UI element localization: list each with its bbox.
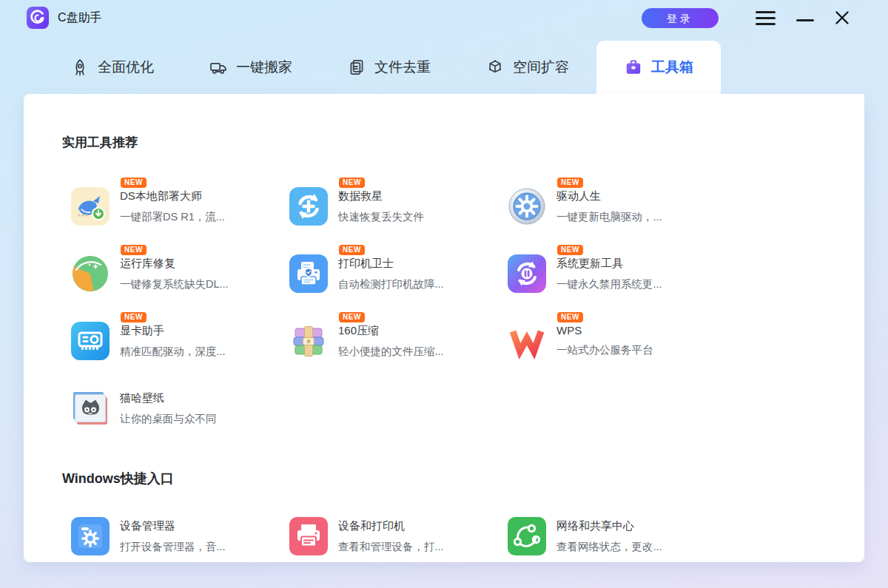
tool-card-gpu-helper[interactable]: NEW 显卡助手 精准匹配驱动，深度...: [71, 322, 289, 360]
cat-wallpaper-icon: [71, 389, 110, 428]
tool-desc: 让你的桌面与众不同: [120, 412, 217, 426]
menu-icon[interactable]: [754, 10, 777, 27]
driver-gear-icon: [508, 187, 546, 226]
devices-printers-icon: [289, 517, 328, 555]
new-badge: NEW: [339, 245, 365, 255]
toolbox-icon: [624, 58, 643, 77]
tool-card-runtime-repair[interactable]: NEW 运行库修复 一键修复系统缺失DL...: [71, 254, 289, 293]
tool-card-cat-wallpaper[interactable]: 猫哈壁纸 让你的桌面与众不同: [71, 389, 289, 428]
tool-desc: 快速恢复丢失文件: [338, 210, 424, 224]
tool-desc: 一站式办公服务平台: [556, 343, 653, 357]
tool-card-ds-deploy[interactable]: NEW DS本地部署大师 一键部署DS R1，流...: [71, 187, 289, 226]
shortcut-title: 网络和共享中心: [556, 517, 662, 533]
tab-space-expand[interactable]: 空间扩容: [458, 41, 596, 94]
tab-bar: 全面优化 一键搬家 文件去重: [0, 41, 888, 94]
toolbox-panel: 实用工具推荐 NEW DS本地部署大师 一键部署DS R1，流...: [24, 94, 864, 562]
tool-desc: 精准匹配驱动，深度...: [120, 345, 226, 359]
runtime-repair-icon: [71, 254, 110, 293]
tab-label: 全面优化: [98, 58, 154, 77]
tool-title: 160压缩: [338, 322, 444, 338]
window-controls: [754, 9, 851, 27]
shortcut-title: 设备和打印机: [338, 517, 444, 533]
section-title-windows-shortcuts: Windows快捷入口: [62, 470, 864, 487]
document-dedupe-icon: [347, 58, 366, 77]
titlebar: C盘助手 登录: [0, 0, 888, 36]
section-title-recommended: 实用工具推荐: [62, 134, 864, 151]
tab-label: 文件去重: [374, 58, 431, 77]
tool-card-wps[interactable]: NEW WPS 一站式办公服务平台: [508, 322, 726, 360]
new-badge: NEW: [121, 245, 147, 255]
archive-rar-icon: [289, 322, 328, 360]
tool-card-data-rescue[interactable]: NEW 数据救星 快速恢复丢失文件: [289, 187, 508, 226]
tool-title: 驱动人生: [556, 187, 662, 203]
tool-title: 猫哈壁纸: [120, 389, 217, 405]
tool-desc: 自动检测打印机故障...: [338, 277, 444, 291]
tool-title: 打印机卫士: [338, 254, 444, 271]
login-button[interactable]: 登录: [642, 8, 719, 28]
recommended-tools-grid: NEW DS本地部署大师 一键部署DS R1，流... NEW 数据救星 快速恢…: [71, 187, 864, 428]
shortcut-desc: 查看网络状态，更改...: [556, 540, 662, 554]
shortcut-desc: 查看和管理设备，打...: [338, 540, 444, 554]
data-recovery-icon: [289, 187, 328, 226]
windows-shortcuts-grid: 设备管理器 打开设备管理器，音... 设备和打印机 查看和管理设备，打...: [71, 517, 864, 555]
tab-label: 工具箱: [651, 58, 693, 77]
new-badge: NEW: [339, 178, 365, 188]
system-update-icon: [508, 254, 546, 293]
tool-card-160-zip[interactable]: NEW 160压缩 轻小便捷的文件压缩...: [289, 322, 508, 360]
new-badge: NEW: [557, 178, 583, 188]
tool-title: DS本地部署大师: [120, 187, 225, 203]
shortcut-card-device-manager[interactable]: 设备管理器 打开设备管理器，音...: [71, 517, 289, 555]
gpu-card-icon: [71, 322, 110, 360]
shortcut-card-devices-printers[interactable]: 设备和打印机 查看和管理设备，打...: [289, 517, 508, 555]
minimize-icon[interactable]: [796, 19, 814, 21]
network-share-icon: [508, 517, 546, 555]
tool-title: 运行库修复: [120, 254, 229, 271]
tool-title: 系统更新工具: [556, 254, 662, 271]
new-badge: NEW: [557, 245, 583, 255]
tool-desc: 一键部署DS R1，流...: [120, 210, 225, 224]
tool-desc: 一键修复系统缺失DL...: [120, 277, 229, 291]
device-manager-icon: [71, 517, 110, 555]
new-badge: NEW: [339, 312, 365, 322]
tab-file-dedupe[interactable]: 文件去重: [320, 41, 458, 94]
tool-card-printer-guard[interactable]: NEW 打印机卫士 自动检测打印机故障...: [289, 254, 508, 293]
tab-label: 空间扩容: [513, 58, 569, 77]
rocket-icon: [70, 58, 90, 77]
tool-card-system-update[interactable]: NEW 系统更新工具 一键永久禁用系统更...: [508, 254, 726, 293]
tab-one-key-move[interactable]: 一键搬家: [181, 41, 320, 94]
shortcut-title: 设备管理器: [120, 517, 226, 533]
tab-toolbox[interactable]: 工具箱: [596, 41, 721, 94]
app-logo-icon: [27, 7, 49, 29]
new-badge: NEW: [557, 312, 583, 322]
tool-title: 数据救星: [338, 187, 424, 203]
tool-card-driver-life[interactable]: NEW 驱动人生 一键更新电脑驱动，...: [508, 187, 726, 226]
printer-guard-icon: [289, 254, 328, 293]
wps-icon: [508, 322, 546, 360]
tool-desc: 轻小便捷的文件压缩...: [338, 345, 444, 359]
tool-title: WPS: [556, 322, 653, 337]
cube-expand-icon: [485, 58, 505, 77]
tool-title: 显卡助手: [120, 322, 226, 338]
app-title: C盘助手: [58, 10, 102, 26]
tool-desc: 一键永久禁用系统更...: [556, 277, 662, 291]
shortcut-card-network-center[interactable]: 网络和共享中心 查看网络状态，更改...: [508, 517, 726, 555]
whale-deploy-icon: [71, 187, 110, 226]
truck-icon: [209, 58, 228, 77]
shortcut-desc: 打开设备管理器，音...: [120, 540, 226, 554]
tab-full-optimize[interactable]: 全面优化: [43, 41, 181, 94]
tab-label: 一键搬家: [236, 58, 292, 77]
new-badge: NEW: [121, 312, 147, 322]
tool-desc: 一键更新电脑驱动，...: [556, 210, 662, 224]
new-badge: NEW: [121, 178, 147, 188]
close-icon[interactable]: [833, 9, 851, 27]
